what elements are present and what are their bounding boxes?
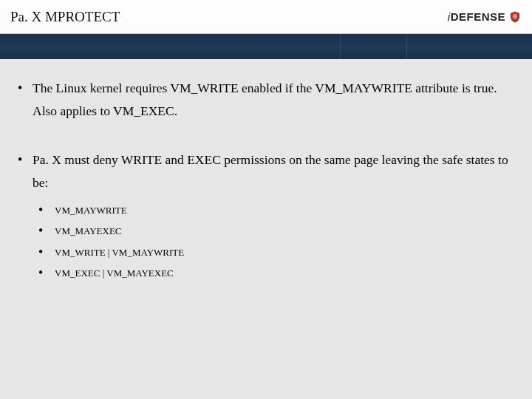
bullet-list: The Linux kernel requires VM_WRITE enabl… bbox=[16, 77, 516, 279]
list-item: VM_WRITE | VM_MAYWRITE bbox=[33, 247, 516, 259]
sub-bullet-text: VM_MAYEXEC bbox=[55, 225, 122, 236]
list-item: VM_MAYWRITE bbox=[33, 205, 516, 216]
list-item: The Linux kernel requires VM_WRITE enabl… bbox=[16, 77, 516, 122]
bullet-text: The Linux kernel requires VM_WRITE enabl… bbox=[33, 81, 497, 118]
list-item: VM_MAYEXEC bbox=[33, 225, 516, 237]
sub-bullet-list: VM_MAYWRITE VM_MAYEXEC VM_WRITE | VM_MAY… bbox=[33, 205, 516, 279]
list-item: Pa. X must deny WRITE and EXEC permissio… bbox=[16, 149, 516, 279]
slide-container: Pa. X MPROTECT iDEFENSE The Linux kernel… bbox=[0, 0, 532, 399]
list-item: VM_EXEC | VM_MAYEXEC bbox=[33, 267, 516, 279]
shield-icon bbox=[508, 10, 522, 24]
sub-bullet-text: VM_MAYWRITE bbox=[55, 205, 127, 216]
bullet-text: Pa. X must deny WRITE and EXEC permissio… bbox=[33, 152, 508, 190]
title-bar: Pa. X MPROTECT iDEFENSE bbox=[0, 0, 532, 34]
slide-body: The Linux kernel requires VM_WRITE enabl… bbox=[0, 59, 532, 279]
sub-bullet-text: VM_EXEC | VM_MAYEXEC bbox=[55, 267, 174, 279]
brand-logo: iDEFENSE bbox=[448, 10, 522, 24]
slide-title: Pa. X MPROTECT bbox=[10, 9, 120, 25]
banner-strip bbox=[0, 34, 532, 59]
sub-bullet-text: VM_WRITE | VM_MAYWRITE bbox=[55, 247, 184, 258]
brand-logo-text: iDEFENSE bbox=[448, 10, 505, 23]
svg-point-1 bbox=[514, 16, 516, 17]
